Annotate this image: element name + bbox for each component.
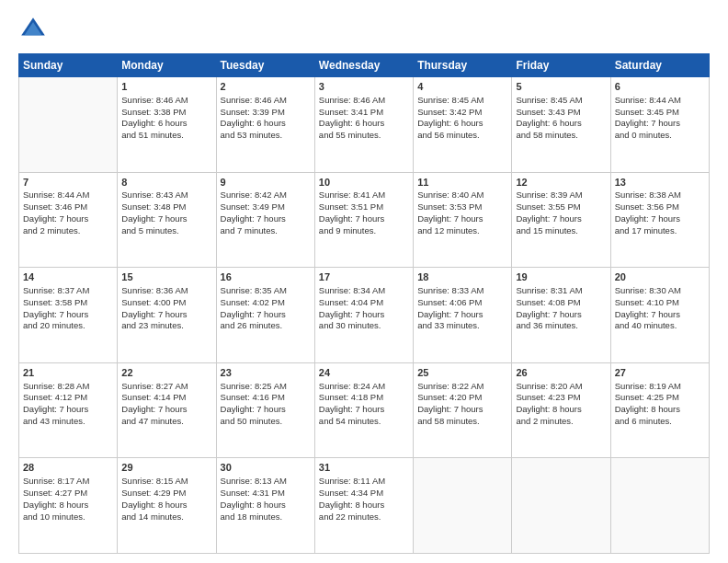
day-number: 2 bbox=[221, 80, 311, 94]
calendar-cell: 16Sunrise: 8:35 AMSunset: 4:02 PMDayligh… bbox=[216, 268, 314, 363]
day-info-line: and 50 minutes. bbox=[221, 416, 311, 428]
calendar-cell: 1Sunrise: 8:46 AMSunset: 3:38 PMDaylight… bbox=[118, 77, 216, 173]
day-info-line: Sunrise: 8:46 AM bbox=[221, 95, 311, 107]
day-info-line: Sunset: 3:42 PM bbox=[417, 107, 507, 119]
day-info-line: Daylight: 6 hours bbox=[221, 118, 311, 130]
day-info-line: and 15 minutes. bbox=[516, 225, 606, 237]
day-info-line: Daylight: 7 hours bbox=[516, 213, 606, 225]
day-number: 3 bbox=[319, 80, 409, 94]
day-info-line: and 2 minutes. bbox=[23, 225, 113, 237]
day-info-line: Daylight: 6 hours bbox=[417, 118, 507, 130]
header bbox=[18, 15, 710, 44]
day-info-line: Sunrise: 8:39 AM bbox=[516, 190, 606, 201]
day-info-line: Sunset: 3:55 PM bbox=[516, 201, 606, 213]
day-info-line: Daylight: 7 hours bbox=[615, 213, 705, 225]
day-info-line: Sunset: 3:53 PM bbox=[417, 201, 507, 213]
calendar-cell: 15Sunrise: 8:36 AMSunset: 4:00 PMDayligh… bbox=[118, 268, 216, 363]
day-info-line: Sunrise: 8:11 AM bbox=[319, 476, 409, 488]
day-info-line: and 20 minutes. bbox=[23, 320, 113, 332]
day-info-line: Sunrise: 8:45 AM bbox=[516, 95, 606, 107]
day-number: 23 bbox=[221, 366, 311, 380]
day-info-line: Daylight: 6 hours bbox=[319, 118, 409, 130]
day-info-line: and 17 minutes. bbox=[615, 225, 705, 237]
calendar-cell: 3Sunrise: 8:46 AMSunset: 3:41 PMDaylight… bbox=[314, 77, 413, 173]
day-info-line: Daylight: 8 hours bbox=[516, 404, 606, 416]
calendar-cell: 9Sunrise: 8:42 AMSunset: 3:49 PMDaylight… bbox=[216, 172, 314, 268]
day-info-line: Daylight: 7 hours bbox=[121, 309, 211, 321]
calendar-cell: 12Sunrise: 8:39 AMSunset: 3:55 PMDayligh… bbox=[512, 172, 610, 268]
day-info-line: Sunrise: 8:41 AM bbox=[319, 190, 409, 201]
calendar-cell: 17Sunrise: 8:34 AMSunset: 4:04 PMDayligh… bbox=[314, 268, 413, 363]
day-info-line: Sunset: 4:25 PM bbox=[615, 392, 705, 404]
day-info-line: and 22 minutes. bbox=[319, 511, 409, 523]
day-info-line: Sunrise: 8:24 AM bbox=[319, 381, 409, 393]
calendar-cell: 21Sunrise: 8:28 AMSunset: 4:12 PMDayligh… bbox=[19, 362, 118, 458]
day-info-line: Daylight: 8 hours bbox=[615, 404, 705, 416]
day-info-line: Sunrise: 8:33 AM bbox=[417, 285, 507, 297]
weekday-header-row: SundayMondayTuesdayWednesdayThursdayFrid… bbox=[19, 54, 710, 77]
calendar-cell: 19Sunrise: 8:31 AMSunset: 4:08 PMDayligh… bbox=[512, 268, 610, 363]
day-info-line: Daylight: 8 hours bbox=[319, 500, 409, 511]
day-number: 14 bbox=[23, 270, 113, 284]
day-number: 11 bbox=[417, 176, 507, 190]
day-number: 20 bbox=[615, 270, 705, 284]
calendar-cell: 25Sunrise: 8:22 AMSunset: 4:20 PMDayligh… bbox=[414, 362, 512, 458]
day-info-line: Sunset: 3:38 PM bbox=[121, 107, 211, 119]
calendar-cell: 22Sunrise: 8:27 AMSunset: 4:14 PMDayligh… bbox=[118, 362, 216, 458]
calendar-cell: 18Sunrise: 8:33 AMSunset: 4:06 PMDayligh… bbox=[414, 268, 512, 363]
day-info-line: Sunrise: 8:44 AM bbox=[615, 95, 705, 107]
day-info-line: Sunset: 4:00 PM bbox=[121, 297, 211, 309]
day-info-line: Sunrise: 8:46 AM bbox=[121, 95, 211, 107]
day-info-line: Sunset: 3:41 PM bbox=[319, 107, 409, 119]
day-info-line: Sunrise: 8:19 AM bbox=[615, 381, 705, 393]
day-info-line: Daylight: 7 hours bbox=[221, 213, 311, 225]
day-info-line: Daylight: 7 hours bbox=[417, 213, 507, 225]
calendar-cell bbox=[610, 458, 709, 554]
day-info-line: Sunrise: 8:17 AM bbox=[23, 476, 113, 488]
day-info-line: Sunrise: 8:20 AM bbox=[516, 381, 606, 393]
day-info-line: and 0 minutes. bbox=[615, 130, 705, 142]
day-info-line: Sunset: 4:18 PM bbox=[319, 392, 409, 404]
calendar-cell: 10Sunrise: 8:41 AMSunset: 3:51 PMDayligh… bbox=[314, 172, 413, 268]
day-info-line: Sunrise: 8:28 AM bbox=[23, 381, 113, 393]
day-number: 17 bbox=[319, 270, 409, 284]
calendar-cell: 20Sunrise: 8:30 AMSunset: 4:10 PMDayligh… bbox=[610, 268, 709, 363]
day-info-line: and 56 minutes. bbox=[417, 130, 507, 142]
day-info-line: Sunrise: 8:15 AM bbox=[121, 476, 211, 488]
day-info-line: Sunrise: 8:42 AM bbox=[221, 190, 311, 201]
day-info-line: Daylight: 7 hours bbox=[615, 118, 705, 130]
day-info-line: Daylight: 7 hours bbox=[121, 213, 211, 225]
day-number: 24 bbox=[319, 366, 409, 380]
calendar-cell: 24Sunrise: 8:24 AMSunset: 4:18 PMDayligh… bbox=[314, 362, 413, 458]
day-info-line: Sunset: 3:49 PM bbox=[221, 201, 311, 213]
calendar-cell bbox=[19, 77, 118, 173]
logo bbox=[18, 15, 51, 44]
day-info-line: Daylight: 7 hours bbox=[23, 404, 113, 416]
day-info-line: Sunrise: 8:35 AM bbox=[221, 285, 311, 297]
day-info-line: and 58 minutes. bbox=[516, 130, 606, 142]
day-info-line: Sunrise: 8:34 AM bbox=[319, 285, 409, 297]
day-info-line: and 2 minutes. bbox=[516, 416, 606, 428]
day-info-line: Daylight: 7 hours bbox=[417, 309, 507, 321]
day-info-line: and 9 minutes. bbox=[319, 225, 409, 237]
day-number: 21 bbox=[23, 366, 113, 380]
day-number: 18 bbox=[417, 270, 507, 284]
day-info-line: and 12 minutes. bbox=[417, 225, 507, 237]
day-info-line: and 23 minutes. bbox=[121, 320, 211, 332]
calendar-cell: 4Sunrise: 8:45 AMSunset: 3:42 PMDaylight… bbox=[414, 77, 512, 173]
day-info-line: Sunrise: 8:13 AM bbox=[221, 476, 311, 488]
day-number: 25 bbox=[417, 366, 507, 380]
day-info-line: and 7 minutes. bbox=[221, 225, 311, 237]
day-number: 13 bbox=[615, 176, 705, 190]
calendar-cell: 26Sunrise: 8:20 AMSunset: 4:23 PMDayligh… bbox=[512, 362, 610, 458]
day-info-line: Sunset: 4:02 PM bbox=[221, 297, 311, 309]
day-number: 4 bbox=[417, 80, 507, 94]
day-info-line: Daylight: 7 hours bbox=[221, 309, 311, 321]
day-info-line: Sunset: 4:10 PM bbox=[615, 297, 705, 309]
day-number: 10 bbox=[319, 176, 409, 190]
day-info-line: and 18 minutes. bbox=[221, 511, 311, 523]
day-info-line: Daylight: 7 hours bbox=[615, 309, 705, 321]
day-info-line: and 47 minutes. bbox=[121, 416, 211, 428]
day-info-line: Sunset: 3:43 PM bbox=[516, 107, 606, 119]
day-info-line: Daylight: 7 hours bbox=[516, 309, 606, 321]
